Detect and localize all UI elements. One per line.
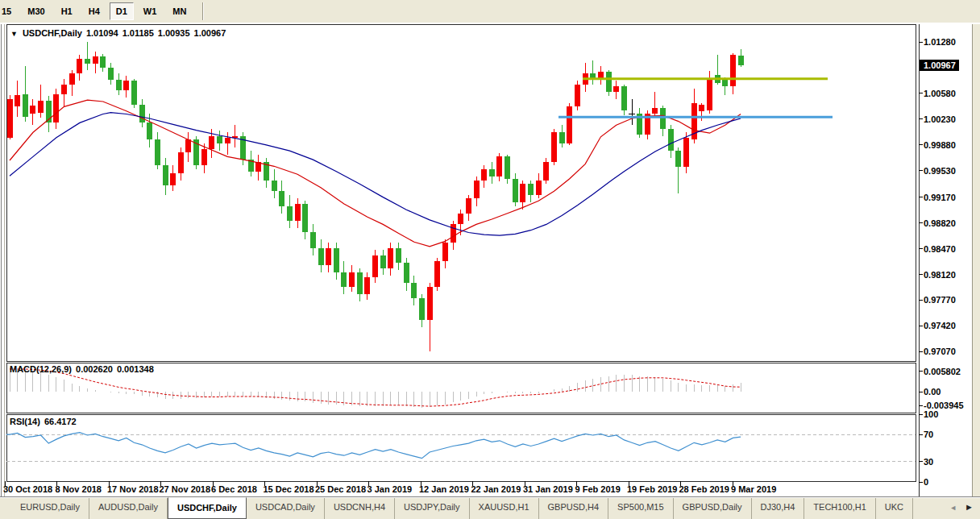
ma-fast-line (10, 100, 741, 247)
rsi-levels (6, 434, 916, 462)
candle-body (372, 255, 378, 277)
price-axis-label: 0.98120 (924, 270, 956, 280)
candle-body (326, 248, 331, 265)
candles-layer (7, 42, 744, 351)
candle-body (232, 136, 238, 138)
macd-value-main: 0.002620 (76, 364, 113, 374)
candle-body (131, 81, 137, 104)
date-axis-label: 17 Nov 2018 (107, 484, 159, 494)
candle-body (364, 277, 370, 294)
candle-body (404, 263, 409, 284)
price-axis-label: 0.98820 (924, 218, 956, 228)
candle-body (427, 287, 433, 320)
price-axis-label: 0.99880 (924, 140, 956, 150)
chart-title: ▼USDCHF,Daily1.010941.011851.009351.0096… (10, 28, 230, 38)
chart-tab-dj30[interactable]: DJ30,H4 (752, 498, 805, 519)
candle-body (147, 122, 152, 139)
candle-body (411, 283, 417, 297)
macd-axis-label: 0.005802 (924, 367, 961, 376)
candle-body (675, 151, 681, 167)
chart-tab-gbpusd[interactable]: GBPUSD,Daily (674, 498, 752, 519)
candle-body (295, 204, 301, 221)
chart-tab-audusd[interactable]: AUDUSD,Daily (89, 498, 168, 519)
macd-label: MACD(12,26,9)0.0026200.001348 (10, 364, 158, 374)
symbol-dropdown-icon[interactable]: ▼ (10, 30, 18, 38)
candle-body (38, 101, 44, 113)
candle-body (279, 191, 284, 206)
candle-body (85, 59, 90, 64)
candle-body (496, 156, 502, 176)
candle-body (334, 248, 339, 272)
rsi-label: RSI(14)66.4172 (10, 417, 81, 426)
chart-tab-usdchf[interactable]: USDCHF,Daily (168, 497, 247, 519)
rsi-axis-label: 100 (924, 409, 938, 419)
rsi-axis-label: 30 (924, 457, 933, 467)
chart-tab-sp500[interactable]: SP500,M15 (608, 498, 673, 519)
pane-frames (7, 24, 920, 496)
candle-body (116, 80, 122, 90)
candle-body (683, 138, 689, 168)
tab-scroll-right-icon[interactable]: ► (961, 502, 978, 512)
candle-body (621, 86, 627, 110)
chart-tab-usdcnh[interactable]: USDCNH,H4 (325, 498, 395, 519)
price-axis-label: 0.97070 (924, 347, 956, 356)
price-axis-label: 0.97770 (924, 295, 956, 305)
candle-body (163, 165, 168, 185)
candle-body (69, 73, 75, 85)
candle-body (513, 179, 518, 202)
candle-body (528, 184, 534, 195)
candle-body (185, 139, 191, 152)
ohlc-high: 1.01185 (122, 28, 154, 38)
price-axis-label: 0.97420 (924, 321, 956, 330)
candle-body (272, 181, 277, 192)
chart-tab-ukc[interactable]: UKC (876, 498, 913, 519)
chart-tab-tech100[interactable]: TECH100,H1 (804, 498, 875, 519)
candle-body (170, 173, 176, 186)
candle-body (738, 56, 744, 65)
candle-body (652, 108, 658, 114)
candle-body (396, 248, 401, 263)
macd-axis-label: 0.00 (924, 387, 941, 397)
ohlc-low: 1.00935 (158, 28, 190, 38)
candle-body (380, 255, 386, 268)
candle-body (481, 169, 487, 181)
candle-body (442, 243, 448, 261)
candle-body (660, 108, 666, 129)
candle-body (505, 156, 510, 178)
candle-body (699, 105, 704, 111)
candle-body (310, 232, 316, 248)
ohlc-open: 1.01094 (86, 28, 118, 38)
date-axis-label: 22 Jan 2019 (471, 484, 521, 494)
candle-body (201, 149, 207, 165)
candle-body (536, 181, 542, 195)
candle-body (543, 162, 549, 181)
rsi-line (6, 433, 741, 459)
candle-body (318, 248, 324, 265)
price-axis-label: 1.01280 (924, 37, 956, 47)
candle-body (225, 138, 230, 143)
chart-tab-usdcad[interactable]: USDCAD,Daily (247, 498, 325, 519)
date-axis-label: 31 Jan 2019 (523, 484, 573, 494)
candle-body (575, 85, 580, 106)
chart-tab-xauusd[interactable]: XAUUSD,H1 (470, 498, 539, 519)
candle-body (613, 86, 619, 92)
chart-tab-usdjpy[interactable]: USDJPY,Daily (395, 498, 470, 519)
date-axis-label: 9 Mar 2019 (731, 484, 776, 494)
date-axis-label: 30 Oct 2018 (3, 484, 52, 494)
candle-body (123, 81, 129, 90)
chart-tab-eurusd[interactable]: EURUSD,Daily (11, 498, 89, 519)
symbol-name: USDCHF,Daily (23, 28, 82, 38)
ohlc-close: 1.00967 (194, 28, 226, 38)
date-axis-label: 25 Dec 2018 (315, 484, 366, 494)
chart-tab-gbpusd[interactable]: GBPUSD,H4 (539, 498, 609, 519)
trading-platform-window: 15M30H1H4D1W1MN ▼USDCHF,Daily1.010941.01… (0, 0, 980, 519)
tab-scroll-left-icon[interactable]: ◄ (945, 504, 961, 512)
candle-body (302, 204, 308, 232)
candle-body (668, 129, 674, 151)
candle-body (30, 106, 35, 114)
chart-tabs: EURUSD,DailyAUDUSD,DailyUSDCHF,DailyUSDC… (0, 498, 980, 519)
candle-body (178, 152, 184, 173)
date-axis-label: 27 Nov 2018 (160, 484, 211, 494)
macd-name: MACD(12,26,9) (10, 364, 72, 374)
candle-body (489, 169, 495, 176)
